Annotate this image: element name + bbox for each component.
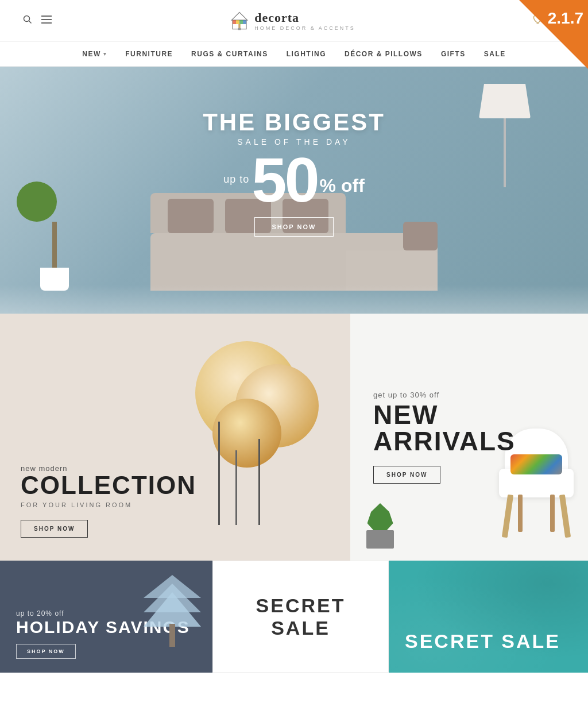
logo-name: decorta [254,10,355,25]
nav-item-rugs[interactable]: RUGS & CURTAINS [191,50,268,58]
nav-item-sale[interactable]: SALE [484,50,506,58]
menu-button[interactable] [41,16,52,26]
svg-marker-6 [232,12,247,20]
plant-decoration [34,182,75,291]
tree-layer-3 [144,575,201,598]
promo-grid: new modern COLLECTION FOR YOUR LIVING RO… [0,314,588,561]
sofa-cushion-4 [403,222,438,250]
hero-floor [0,285,588,314]
hero-suffix: % off [320,175,365,196]
logo-text-group: decorta HOME DECOR & ACCENTS [254,10,355,31]
tree-decoration [144,566,201,653]
chair-leg-fl [502,495,513,538]
lamp-decoration [479,84,531,187]
lamp-disc-3 [212,399,281,468]
bottom-banners: up to 20% off HOLIDAY SAVINGS SHOP NOW S… [0,561,588,673]
secret-sale-center-banner: SECRET SALE [212,561,389,673]
promo-arrivals-title: NEW ARRIVALS [373,402,588,454]
promo-arrivals-off: get up to 30% off [373,391,588,399]
chair-leg-bl [518,495,523,532]
header: decorta HOME DECOR & ACCENTS [0,0,588,42]
svg-line-1 [29,21,32,24]
svg-rect-9 [239,20,243,24]
lamp-stand-1 [218,422,220,525]
hero-content: THE BIGGEST SALE OF THE DAY up to 50 % o… [203,109,385,236]
logo[interactable]: decorta HOME DECOR & ACCENTS [229,10,355,31]
hero-title: THE BIGGEST [203,109,385,136]
holiday-savings-banner: up to 20% off HOLIDAY SAVINGS SHOP NOW [0,561,212,673]
nav-item-new[interactable]: NEW ▾ [82,50,107,58]
svg-rect-7 [233,20,236,24]
promo-collection-cta[interactable]: SHOP NOW [21,520,88,538]
tree-trunk [169,624,175,647]
nav-item-gifts[interactable]: GIFTS [441,50,466,58]
plant-foliage [17,182,57,222]
promo-collection-banner: new modern COLLECTION FOR YOUR LIVING RO… [0,314,350,561]
version-text: 2.1.7 [548,9,583,28]
main-nav: NEW ▾ FURNITURE RUGS & CURTAINS LIGHTING… [0,42,588,67]
promo-arrivals-cta[interactable]: SHOP NOW [373,466,440,484]
logo-icon [229,10,250,31]
hero-cta-button[interactable]: SHOP NOW [254,217,334,237]
promo-collection-content: new modern COLLECTION FOR YOUR LIVING RO… [21,464,196,538]
lamp-stand-2 [258,439,260,525]
plant-trunk [52,222,57,268]
logo-tagline: HOME DECOR & ACCENTS [254,25,355,31]
promo-arrivals-banner: get up to 30% off NEW ARRIVALS SHOP NOW [350,314,588,561]
promo-collection-desc: FOR YOUR LIVING ROOM [21,501,196,508]
hero-number: 50 [252,151,317,208]
lamp-stand-3 [235,450,237,525]
hamburger-icon [41,16,52,24]
nav-item-lighting[interactable]: LIGHTING [287,50,326,58]
secret-sale-center-title: SECRET SALE [229,595,372,639]
search-icon [23,15,32,24]
hero-prefix: up to [223,173,249,186]
teal-content: SECRET SALE [405,574,572,659]
hero-discount-block: up to 50 % off [203,151,385,208]
chair-leg-fr [559,495,571,538]
svg-rect-12 [238,28,241,30]
hero-banner: THE BIGGEST SALE OF THE DAY up to 50 % o… [0,67,588,314]
lamp-shade [479,84,531,118]
promo-collection-title: COLLECTION [21,473,196,498]
svg-point-0 [24,16,30,22]
pot-body [366,530,394,549]
svg-rect-10 [243,20,246,24]
holiday-cta-button[interactable]: SHOP NOW [16,644,76,659]
secret-sale-teal-banner: SECRET SALE [389,561,588,673]
pot-foliage [368,503,393,532]
nav-item-furniture[interactable]: FURNITURE [125,50,173,58]
promo-arrivals-content: get up to 30% off NEW ARRIVALS SHOP NOW [373,391,588,484]
chevron-down-icon: ▾ [103,51,107,57]
svg-rect-8 [236,20,239,24]
pot-plant-decoration [366,503,394,550]
nav-item-decor[interactable]: DÉCOR & PILLOWS [345,50,423,58]
search-button[interactable] [23,15,32,26]
secret-sale-teal-title: SECRET SALE [405,631,572,651]
chair-leg-br [550,495,555,532]
lamp-arm [504,118,506,187]
header-left-controls [23,15,52,26]
